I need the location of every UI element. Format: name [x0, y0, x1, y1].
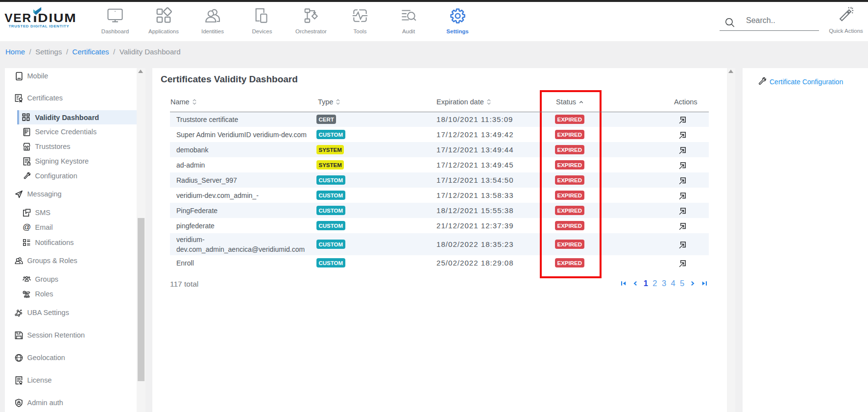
svg-text:VER: VER	[4, 11, 32, 24]
svg-text:DIUM: DIUM	[38, 11, 76, 25]
svg-text:TRUSTED DIGITAL IDENTITY: TRUSTED DIGITAL IDENTITY	[8, 24, 69, 28]
